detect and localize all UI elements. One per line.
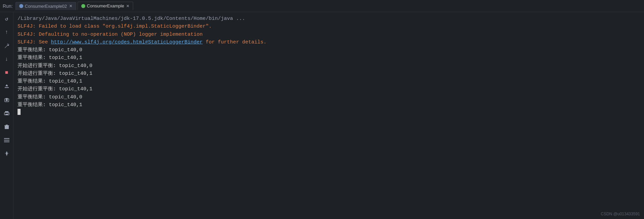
slf4j-link[interactable]: http://www.slf4j.org/codes.html#StaticLo… [51,39,203,45]
console-line-7: 重平衡结果: topic_t40,0 [18,93,640,101]
svg-point-8 [8,113,8,114]
console-area[interactable]: /Library/Java/JavaVirtualMachines/jdk-17… [13,12,644,219]
tab-close-02[interactable]: ✕ [69,4,72,8]
list-icon[interactable] [2,136,11,144]
console-line-4: 开始进行重平衡: topic_t40,1 [18,70,640,77]
arrow-up-icon[interactable]: ↑ [2,28,11,36]
run-bar: Run: ConsumerExample02 ✕ ConsumerExample… [0,0,644,12]
tab-label: ConsumerExample [87,3,124,8]
svg-rect-14 [4,142,9,142]
stop-icon[interactable]: ■ [2,69,11,77]
main-container: ↺ ↑ ↓ ■ [0,12,644,219]
wrench-icon[interactable] [2,42,11,50]
svg-marker-1 [5,84,8,86]
watermark: CSDN @u013433591 [601,212,640,216]
svg-rect-11 [4,125,9,126]
console-line-java-path: /Library/Java/JavaVirtualMachines/jdk-17… [18,15,640,23]
console-line-6: 开始进行重平衡: topic_t40,1 [18,85,640,93]
pin-icon[interactable] [2,150,11,158]
tab-icon-blue [19,4,23,8]
svg-rect-13 [4,140,9,140]
console-line-8: 重平衡结果: topic_t40,1 [18,101,640,109]
console-line-slf4j-1: SLF4J: Failed to load class "org.slf4j.i… [18,23,640,30]
cursor-line [18,109,640,115]
svg-rect-9 [5,125,9,129]
refresh-icon[interactable]: ↺ [2,15,11,23]
svg-rect-0 [5,87,9,88]
svg-rect-12 [4,138,9,139]
tab-label-02: ConsumerExample02 [25,4,67,9]
tab-close[interactable]: ✕ [126,4,129,8]
console-line-1: 重平衡结果: topic_t40,0 [18,46,640,54]
trash-icon[interactable] [2,123,11,131]
console-line-5: 重平衡结果: topic_t40,1 [18,77,640,85]
text-cursor [18,109,21,115]
run-label: Run: [3,3,13,9]
console-line-slf4j-2: SLF4J: Defaulting to no-operation (NOP) … [18,31,640,38]
camera-icon[interactable] [2,96,11,104]
console-line-slf4j-3: SLF4J: See http://www.slf4j.org/codes.ht… [18,38,640,46]
console-line-2: 重平衡结果: topic_t40,1 [18,54,640,62]
console-line-3: 开始进行重平衡: topic_t40,0 [18,62,640,70]
svg-point-2 [6,99,8,101]
export-icon[interactable] [2,82,11,90]
tab-consumer-example-02[interactable]: ConsumerExample02 ✕ [16,2,76,10]
print-icon[interactable] [2,109,11,117]
svg-rect-4 [6,98,8,99]
tab-consumer-example[interactable]: ConsumerExample ✕ [78,2,134,10]
svg-rect-7 [5,114,8,115]
tab-icon-green [81,4,85,8]
sidebar: ↺ ↑ ↓ ■ [0,12,13,219]
svg-rect-10 [6,125,8,125]
arrow-down-icon[interactable]: ↓ [2,55,11,63]
